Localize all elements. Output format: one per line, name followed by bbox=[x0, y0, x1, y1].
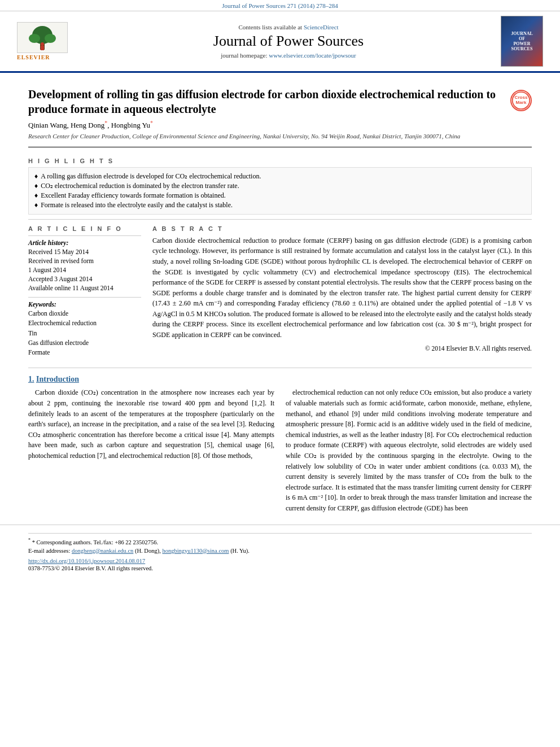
history-revised-date: 1 August 2014 bbox=[28, 265, 141, 274]
intro-right-para: electrochemical reduction can not only r… bbox=[286, 387, 532, 513]
journal-header: ELSEVIER Contents lists available at Sci… bbox=[0, 11, 560, 73]
section-number: 1. bbox=[28, 375, 34, 383]
footer-section: * * Corresponding authors. Tel./fax: +86… bbox=[0, 525, 560, 576]
journal-homepage: journal homepage: www.elsevier.com/locat… bbox=[85, 52, 492, 59]
email-name-1: (H. Dong), bbox=[135, 548, 162, 554]
keyword-3: Tin bbox=[28, 329, 141, 338]
journal-title: Journal of Power Sources bbox=[85, 33, 492, 50]
keyword-4: Gas diffusion electrode bbox=[28, 338, 141, 348]
highlight-bullet-3: ♦ bbox=[34, 191, 38, 200]
homepage-link[interactable]: www.elsevier.com/locate/jpowsour bbox=[269, 52, 356, 59]
svg-point-4 bbox=[45, 34, 56, 43]
highlight-text-2: CO₂ electrochemical reduction is dominat… bbox=[41, 182, 239, 190]
svg-text:Cross: Cross bbox=[515, 95, 528, 100]
journal-cover-image: JOURNALOFPOWERSOURCES bbox=[492, 16, 543, 67]
crossmark-section: Cross Mark bbox=[510, 87, 532, 111]
abstract-col: A B S T R A C T Carbon dioxide electroch… bbox=[152, 225, 532, 362]
elsevier-logo: ELSEVIER bbox=[17, 22, 85, 60]
crossmark-logo: Cross Mark bbox=[510, 90, 532, 111]
email-label: E-mail addresses: bbox=[28, 548, 70, 554]
highlights-label: H I G H L I G H T S bbox=[28, 158, 532, 164]
section-title: 1. Introduction bbox=[28, 375, 532, 384]
introduction-title: Introduction bbox=[36, 375, 79, 383]
highlights-box: ♦ A rolling gas diffusion electrode is d… bbox=[28, 167, 532, 215]
contents-available-label: Contents lists available at ScienceDirec… bbox=[85, 24, 492, 30]
highlight-item-4: ♦ Formate is released into the electroly… bbox=[34, 201, 526, 209]
authors: Qinian Wang, Heng Dong*, Hongbing Yu* bbox=[28, 120, 510, 130]
email-note: E-mail addresses: dongheng@nankai.edu.cn… bbox=[28, 547, 532, 556]
elsevier-logo-section: ELSEVIER bbox=[17, 22, 85, 60]
intro-left-col: Carbon dioxide (CO₂) concentration in th… bbox=[28, 387, 274, 516]
keyword-2: Electrochemical reduction bbox=[28, 318, 141, 328]
article-history-group: Article history: Received 15 May 2014 Re… bbox=[28, 239, 141, 292]
journal-cover-thumbnail: JOURNALOFPOWERSOURCES bbox=[501, 16, 543, 67]
journal-reference-text: Journal of Power Sources 271 (2014) 278–… bbox=[222, 2, 338, 9]
intro-left-para: Carbon dioxide (CO₂) concentration in th… bbox=[28, 387, 274, 461]
history-received: Received 15 May 2014 bbox=[28, 247, 141, 256]
highlight-text-1: A rolling gas diffusion electrode is dev… bbox=[41, 172, 261, 181]
corresponding-note-text: * Corresponding authors. Tel./fax: +86 2… bbox=[32, 539, 158, 545]
footer-divider bbox=[28, 533, 532, 534]
doi-link[interactable]: http://dx.doi.org/10.1016/j.jpowsour.201… bbox=[28, 558, 145, 564]
history-label: Article history: bbox=[28, 239, 141, 246]
author-asterisk1: * bbox=[104, 120, 107, 126]
divider-2 bbox=[28, 297, 141, 298]
author-names: Qinian Wang, Heng Dong*, Hongbing Yu* bbox=[28, 121, 153, 129]
highlight-text-4: Formate is released into the electrolyte… bbox=[41, 201, 233, 209]
history-revised-label: Received in revised form bbox=[28, 256, 141, 265]
keywords-label: Keywords: bbox=[28, 301, 141, 308]
introduction-body: Carbon dioxide (CO₂) concentration in th… bbox=[28, 387, 532, 516]
history-accepted: Accepted 3 August 2014 bbox=[28, 274, 141, 283]
article-title-section: Development of rolling tin gas diffusion… bbox=[28, 78, 532, 147]
journal-reference-bar: Journal of Power Sources 271 (2014) 278–… bbox=[0, 0, 560, 11]
intro-right-col: electrochemical reduction can not only r… bbox=[286, 387, 532, 516]
highlights-section: H I G H L I G H T S ♦ A rolling gas diff… bbox=[28, 153, 532, 220]
sciencedirect-link[interactable]: ScienceDirect bbox=[304, 24, 339, 30]
keyword-1: Carbon dioxide bbox=[28, 309, 141, 318]
svg-point-3 bbox=[29, 34, 40, 43]
highlight-text-3: Excellent Faraday efficiency towards for… bbox=[41, 191, 226, 200]
elsevier-brand-text: ELSEVIER bbox=[17, 54, 50, 60]
corresponding-author-note: * * Corresponding authors. Tel./fax: +86… bbox=[28, 537, 532, 547]
affiliation: Research Center for Cleaner Production, … bbox=[28, 132, 510, 141]
abstract-section: A B S T R A C T Carbon dioxide electroch… bbox=[152, 225, 532, 352]
history-online: Available online 11 August 2014 bbox=[28, 283, 141, 292]
article-title-block: Development of rolling tin gas diffusion… bbox=[28, 87, 510, 141]
article-info-section: A R T I C L E I N F O Article history: R… bbox=[28, 225, 141, 358]
abstract-label: A B S T R A C T bbox=[152, 225, 532, 232]
issn-line: 0378-7753/© 2014 Elsevier B.V. All right… bbox=[28, 565, 532, 571]
highlight-item-1: ♦ A rolling gas diffusion electrode is d… bbox=[34, 172, 526, 181]
copyright-line: © 2014 Elsevier B.V. All rights reserved… bbox=[152, 345, 532, 352]
svg-point-5 bbox=[41, 42, 44, 46]
highlight-bullet-4: ♦ bbox=[34, 201, 38, 209]
svg-rect-6 bbox=[41, 46, 44, 50]
keywords-group: Keywords: Carbon dioxide Electrochemical… bbox=[28, 301, 141, 357]
article-title: Development of rolling tin gas diffusion… bbox=[28, 87, 510, 116]
asterisk-note: * bbox=[28, 538, 30, 543]
elsevier-logo-image bbox=[17, 22, 68, 53]
main-content: Development of rolling tin gas diffusion… bbox=[0, 73, 560, 522]
highlight-item-3: ♦ Excellent Faraday efficiency towards f… bbox=[34, 191, 526, 200]
keywords-list: Carbon dioxide Electrochemical reduction… bbox=[28, 309, 141, 357]
email-link[interactable]: dongheng@nankai.edu.cn bbox=[72, 548, 133, 554]
divider bbox=[28, 235, 141, 236]
article-info-col: A R T I C L E I N F O Article history: R… bbox=[28, 225, 141, 362]
email-name-2: (H. Yu). bbox=[230, 548, 250, 554]
email-link-2[interactable]: hongbingyu1130@sina.com bbox=[162, 548, 229, 554]
introduction-section: 1. Introduction Carbon dioxide (CO₂) con… bbox=[28, 375, 532, 516]
keyword-5: Formate bbox=[28, 348, 141, 357]
highlight-bullet-1: ♦ bbox=[34, 172, 38, 181]
doi-line: http://dx.doi.org/10.1016/j.jpowsour.201… bbox=[28, 558, 532, 564]
abstract-text: Carbon dioxide electrochemical reduction… bbox=[152, 235, 532, 340]
author-asterisk2: * bbox=[150, 120, 153, 126]
svg-text:Mark: Mark bbox=[516, 100, 527, 105]
article-info-label: A R T I C L E I N F O bbox=[28, 225, 141, 232]
journal-header-center: Contents lists available at ScienceDirec… bbox=[85, 24, 492, 59]
article-info-abstract: A R T I C L E I N F O Article history: R… bbox=[28, 225, 532, 369]
highlight-bullet-2: ♦ bbox=[34, 182, 38, 190]
highlight-item-2: ♦ CO₂ electrochemical reduction is domin… bbox=[34, 182, 526, 190]
